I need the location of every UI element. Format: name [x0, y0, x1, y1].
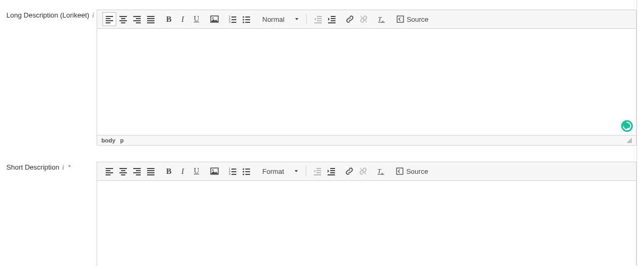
align-left-button[interactable]	[102, 12, 116, 26]
source-label: Source	[406, 167, 428, 175]
align-justify-button[interactable]	[144, 164, 158, 178]
long-description-row: Long Description (Lorikeet) i B I U	[6, 10, 637, 146]
outdent-button[interactable]	[311, 12, 325, 26]
grammarly-icon[interactable]	[621, 120, 633, 132]
numbered-list-button[interactable]	[226, 12, 239, 26]
source-label: Source	[407, 15, 428, 23]
link-button[interactable]	[342, 164, 356, 178]
source-icon	[396, 15, 405, 23]
italic-button[interactable]: I	[176, 164, 190, 178]
underline-button[interactable]: U	[190, 164, 203, 178]
short-description-label: Short Description i *	[6, 162, 97, 172]
field-label-text: Long Description (Lorikeet)	[6, 11, 89, 19]
numbered-list-button[interactable]	[226, 164, 239, 178]
editor-toolbar: B I U Format	[97, 162, 636, 181]
required-indicator: *	[68, 163, 71, 171]
source-icon	[396, 167, 404, 175]
info-icon[interactable]: i	[92, 11, 94, 20]
bold-button[interactable]: B	[162, 164, 176, 178]
editor-elements-path: body p	[97, 135, 636, 145]
format-selected-label: Format	[262, 167, 284, 175]
bullet-list-button[interactable]	[239, 12, 253, 26]
remove-format-button[interactable]	[374, 164, 388, 178]
link-button[interactable]	[343, 12, 357, 26]
long-description-editor: B I U Normal	[97, 10, 637, 146]
bold-button[interactable]: B	[162, 12, 176, 26]
editor-toolbar: B I U Normal	[97, 10, 636, 29]
source-button[interactable]: Source	[393, 12, 432, 26]
toolbar-separator	[306, 14, 307, 24]
info-icon[interactable]: i	[62, 163, 64, 172]
chevron-down-icon	[295, 18, 298, 20]
field-label-text: Short Description	[6, 163, 59, 171]
align-right-button[interactable]	[130, 12, 144, 26]
format-dropdown[interactable]: Format	[257, 164, 302, 178]
align-justify-button[interactable]	[144, 12, 158, 26]
long-description-label: Long Description (Lorikeet) i	[6, 10, 97, 20]
short-description-editor: B I U Format	[97, 162, 637, 266]
short-description-row: Short Description i * B I U	[6, 162, 637, 266]
indent-button[interactable]	[325, 12, 339, 26]
editor-content-area[interactable]	[97, 29, 636, 135]
resize-handle[interactable]	[626, 138, 632, 143]
outdent-button[interactable]	[311, 164, 324, 178]
format-dropdown[interactable]: Normal	[257, 12, 302, 26]
path-segment[interactable]: body	[101, 137, 115, 144]
path-segment[interactable]: p	[120, 137, 124, 144]
align-center-button[interactable]	[116, 12, 130, 26]
remove-format-button[interactable]	[375, 12, 389, 26]
bullet-list-button[interactable]	[239, 164, 253, 178]
image-button[interactable]	[208, 12, 221, 26]
format-selected-label: Normal	[262, 15, 285, 23]
chevron-down-icon	[295, 170, 298, 172]
indent-button[interactable]	[324, 164, 338, 178]
unlink-button[interactable]	[356, 164, 370, 178]
italic-button[interactable]: I	[176, 12, 190, 26]
toolbar-separator	[306, 166, 306, 176]
image-button[interactable]	[208, 164, 221, 178]
underline-button[interactable]: U	[190, 12, 203, 26]
editor-content-area[interactable]	[97, 181, 636, 266]
source-button[interactable]: Source	[392, 164, 431, 178]
align-center-button[interactable]	[116, 164, 130, 178]
align-left-button[interactable]	[102, 164, 116, 178]
unlink-button[interactable]	[357, 12, 371, 26]
align-right-button[interactable]	[130, 164, 144, 178]
